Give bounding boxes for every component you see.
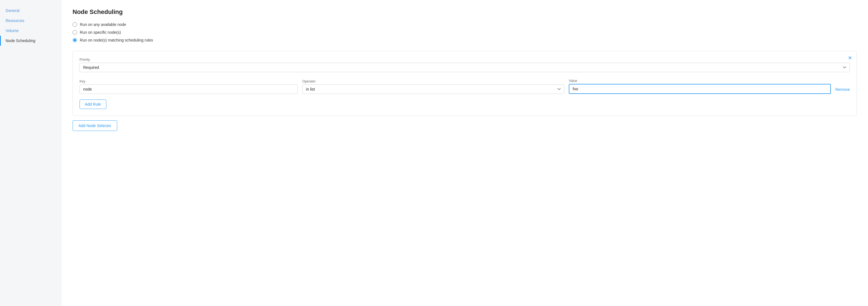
sidebar: General Resources Volume Node Scheduling [0,0,61,306]
sidebar-item-general[interactable]: General [0,6,61,15]
rule-row: Key Operator in list not in list exists … [80,79,850,94]
radio-specific-input[interactable] [72,30,77,35]
priority-label: Priority [80,58,850,62]
key-input[interactable] [80,84,298,94]
key-label: Key [80,79,298,83]
radio-matching-input[interactable] [72,38,77,42]
value-field: Value [569,79,831,94]
add-node-selector-button[interactable]: Add Node Selector [72,121,117,131]
operator-label: Operator [302,79,564,83]
sidebar-item-label: General [6,8,20,13]
priority-select[interactable]: Required Preferred [80,63,850,72]
operator-field: Operator in list not in list exists does… [302,79,564,94]
radio-any-label: Run on any available node [80,22,126,27]
operator-select[interactable]: in list not in list exists does not exis… [302,84,564,94]
remove-label: Remove [835,87,850,92]
sidebar-item-volume[interactable]: Volume [0,26,61,36]
close-icon: ✕ [848,55,852,61]
radio-any-input[interactable] [72,22,77,27]
value-label: Value [569,79,831,83]
add-rule-label: Add Rule [85,102,101,106]
radio-option-specific[interactable]: Run on specific node(s) [72,30,857,35]
key-field: Key [80,79,298,94]
radio-option-any[interactable]: Run on any available node [72,22,857,27]
add-rule-button[interactable]: Add Rule [80,100,106,109]
radio-matching-label: Run on node(s) matching scheduling rules [80,38,153,42]
sidebar-item-label: Resources [6,19,24,23]
radio-group: Run on any available node Run on specifi… [72,22,857,42]
close-button[interactable]: ✕ [848,56,852,61]
sidebar-item-label: Node Scheduling [6,38,35,43]
sidebar-item-node-scheduling[interactable]: Node Scheduling [0,36,61,46]
priority-section: Priority Required Preferred [80,58,850,72]
sidebar-item-label: Volume [6,28,19,33]
radio-specific-label: Run on specific node(s) [80,30,121,35]
add-node-selector-label: Add Node Selector [79,124,111,128]
selector-card: ✕ Priority Required Preferred Key Operat… [72,51,857,116]
radio-option-matching[interactable]: Run on node(s) matching scheduling rules [72,38,857,42]
page-title: Node Scheduling [72,8,857,15]
sidebar-item-resources[interactable]: Resources [0,15,61,26]
remove-button[interactable]: Remove [835,85,850,94]
value-input[interactable] [569,84,831,94]
main-content: Node Scheduling Run on any available nod… [61,0,868,306]
